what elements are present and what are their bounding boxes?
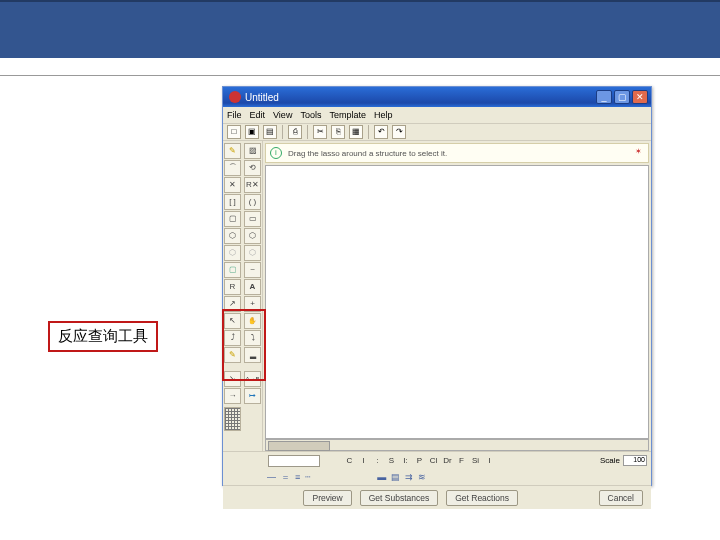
preview-button[interactable]: Preview — [303, 490, 351, 506]
rx-tool-icon[interactable]: R✕ — [244, 177, 261, 193]
elem-i3[interactable]: I — [484, 456, 495, 465]
cancel-button[interactable]: Cancel — [599, 490, 643, 506]
plus-tool-icon[interactable]: + — [244, 296, 261, 312]
menu-help[interactable]: Help — [374, 110, 393, 120]
titlebar: Untitled _ ▢ ✕ — [223, 87, 651, 107]
elem-p[interactable]: P — [414, 456, 425, 465]
callout-reaction-query-tools: 反应查询工具 — [48, 321, 158, 352]
elem-s[interactable]: S — [386, 456, 397, 465]
bond-arom-icon[interactable]: ≋ — [418, 472, 425, 482]
rxn-map-tool-icon[interactable] — [244, 388, 261, 404]
redo-icon[interactable]: ↷ — [392, 125, 406, 139]
bond-triple-icon[interactable]: ≡ — [295, 472, 299, 482]
hand-tool-icon[interactable] — [244, 313, 261, 329]
bond-wedge-icon[interactable]: ▬ — [377, 472, 385, 482]
close-button[interactable]: ✕ — [632, 90, 648, 104]
pointer-tool-icon[interactable] — [224, 313, 241, 329]
elem-colon[interactable]: : — [372, 456, 383, 465]
bond-dash-icon[interactable]: ┄ — [305, 472, 309, 482]
elem-i[interactable]: I — [358, 456, 369, 465]
cut-icon[interactable]: ✂ — [313, 125, 327, 139]
save-icon[interactable]: ▤ — [263, 125, 277, 139]
undo-icon[interactable]: ↶ — [374, 125, 388, 139]
print-icon[interactable]: ⎙ — [288, 125, 302, 139]
lasso-tool-icon[interactable] — [224, 160, 241, 176]
box-tool-icon[interactable]: ▢ — [224, 211, 241, 227]
paste-icon[interactable]: ▦ — [349, 125, 363, 139]
elem-dr[interactable]: Dr — [442, 456, 453, 465]
tool-palette-right: ⟲ R✕ ( ) ▭ ~ + ⤵ ▂ A→B — [243, 141, 263, 451]
periodic-table-icon[interactable] — [224, 407, 241, 431]
elem-cl[interactable]: Cl — [428, 456, 439, 465]
menu-template[interactable]: Template — [329, 110, 366, 120]
scale-label: Scale — [600, 456, 620, 465]
drawing-canvas[interactable] — [265, 165, 649, 439]
cyclohexane-tool-icon[interactable] — [224, 245, 241, 261]
tool-b-icon[interactable]: ⤵ — [244, 330, 261, 346]
rxn-arrow-tool-icon[interactable]: ↘ — [224, 371, 241, 387]
horizontal-scrollbar[interactable] — [265, 439, 649, 451]
elem-i2[interactable]: I: — [400, 456, 411, 465]
scale-input[interactable]: 100 — [623, 455, 647, 466]
arrow-tool-icon[interactable] — [224, 296, 241, 312]
elem-f[interactable]: F — [456, 456, 467, 465]
bond-type-bar: — ＝ ≡ ┄ ▬ ▤ ⇉ ≋ — [223, 469, 651, 485]
bracket2-tool-icon[interactable]: ( ) — [244, 194, 261, 210]
bond-double-icon[interactable]: ＝ — [281, 471, 289, 484]
atom-map-tool-icon[interactable]: A→B — [244, 371, 261, 387]
eraser-tool-icon[interactable] — [244, 143, 261, 159]
bond-single-icon[interactable]: — — [267, 472, 275, 482]
window-title: Untitled — [245, 92, 279, 103]
text-tool-icon[interactable] — [244, 279, 261, 295]
x-tool-icon[interactable]: ✕ — [224, 177, 241, 193]
element-input[interactable] — [268, 455, 320, 467]
ring6c-tool-icon[interactable] — [244, 245, 261, 261]
menu-bar: File Edit View Tools Template Help — [223, 107, 651, 123]
bond-hash-icon[interactable]: ▤ — [391, 472, 399, 482]
template-tool-icon[interactable] — [224, 262, 241, 278]
maximize-button[interactable]: ▢ — [614, 90, 630, 104]
hint-bar: i Drag the lasso around a structure to s… — [265, 143, 649, 163]
benzene-tool-icon[interactable] — [224, 228, 241, 244]
menu-edit[interactable]: Edit — [250, 110, 266, 120]
rgroup-tool-icon[interactable]: R — [224, 279, 241, 295]
menu-tools[interactable]: Tools — [300, 110, 321, 120]
menu-view[interactable]: View — [273, 110, 292, 120]
element-bar: C I : S I: P Cl Dr F Si I Scale 100 — [223, 451, 651, 469]
tool-palette-left: ✕ [ ] ▢ R ⤴ ↘ → — [223, 141, 243, 451]
menu-file[interactable]: File — [227, 110, 242, 120]
box2-tool-icon[interactable]: ▭ — [244, 211, 261, 227]
file-toolbar: □ ▣ ▤ ⎙ ✂ ⎘ ▦ ↶ ↷ — [223, 123, 651, 141]
presentation-subheader — [0, 60, 720, 76]
new-icon[interactable]: □ — [227, 125, 241, 139]
ring6b-tool-icon[interactable] — [244, 228, 261, 244]
rotate-tool-icon[interactable]: ⟲ — [244, 160, 261, 176]
hint-text: Drag the lasso around a structure to sel… — [288, 149, 447, 158]
app-icon — [229, 91, 241, 103]
highlight-tool-icon[interactable]: ▂ — [244, 347, 261, 363]
minimize-button[interactable]: _ — [596, 90, 612, 104]
hint-close-icon[interactable]: ✶ — [632, 147, 644, 159]
elem-si[interactable]: Si — [470, 456, 481, 465]
bracket-tool-icon[interactable]: [ ] — [224, 194, 241, 210]
button-bar: Preview Get Substances Get Reactions Can… — [223, 485, 651, 509]
pencil2-tool-icon[interactable] — [224, 347, 241, 363]
bond-tri-icon[interactable]: ⇉ — [405, 472, 412, 482]
structure-editor-window: Untitled _ ▢ ✕ File Edit View Tools Temp… — [222, 86, 652, 486]
get-reactions-button[interactable]: Get Reactions — [446, 490, 518, 506]
copy-icon[interactable]: ⎘ — [331, 125, 345, 139]
hint-icon: i — [270, 147, 282, 159]
elem-c[interactable]: C — [344, 456, 355, 465]
presentation-header — [0, 0, 720, 60]
pencil-tool-icon[interactable] — [224, 143, 241, 159]
tool-a-icon[interactable]: ⤴ — [224, 330, 241, 346]
get-substances-button[interactable]: Get Substances — [360, 490, 438, 506]
open-icon[interactable]: ▣ — [245, 125, 259, 139]
chain-tool-icon[interactable]: ~ — [244, 262, 261, 278]
rxn-plus-tool-icon[interactable]: → — [224, 388, 241, 404]
